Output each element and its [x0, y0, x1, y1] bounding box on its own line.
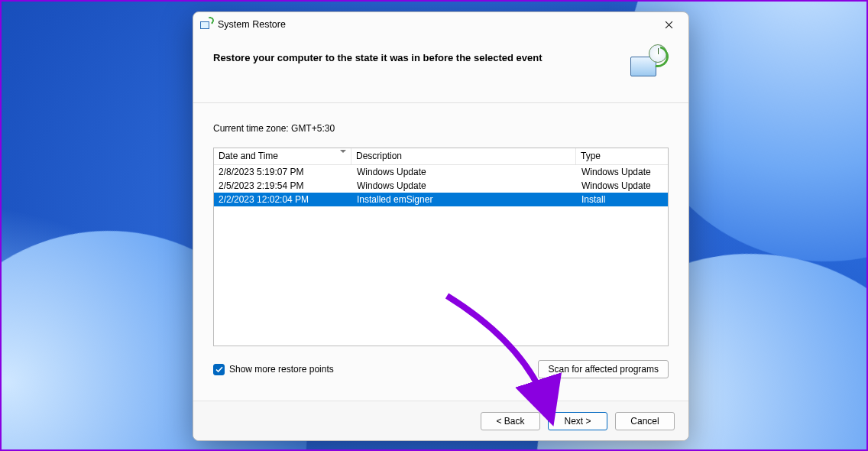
page-heading: Restore your computer to the state it wa…	[213, 52, 629, 63]
cancel-button[interactable]: Cancel	[615, 412, 675, 430]
table-body: 2/8/2023 5:19:07 PMWindows UpdateWindows…	[214, 165, 668, 346]
table-header[interactable]: Date and Time Description Type	[214, 148, 668, 165]
next-button[interactable]: Next >	[548, 412, 607, 430]
titlebar[interactable]: System Restore	[193, 12, 688, 37]
back-button[interactable]: < Back	[481, 412, 540, 430]
system-restore-large-icon	[629, 46, 666, 83]
cell-description: Windows Update	[351, 166, 576, 178]
scan-affected-button[interactable]: Scan for affected programs	[538, 360, 669, 378]
column-header-description[interactable]: Description	[351, 148, 576, 164]
divider	[193, 102, 688, 103]
column-header-datetime[interactable]: Date and Time	[214, 148, 351, 164]
table-row[interactable]: 2/2/2023 12:02:04 PMInstalled emSignerIn…	[214, 193, 668, 206]
cell-datetime: 2/5/2023 2:19:54 PM	[214, 180, 351, 192]
cell-type: Windows Update	[576, 166, 668, 178]
cell-type: Windows Update	[576, 180, 668, 192]
window-title: System Restore	[218, 19, 286, 30]
show-more-label: Show more restore points	[229, 364, 334, 375]
show-more-checkbox[interactable]: Show more restore points	[213, 364, 334, 375]
cell-description: Installed emSigner	[351, 193, 576, 206]
cell-type: Install	[576, 193, 668, 206]
system-restore-icon	[199, 18, 213, 31]
checkbox-box[interactable]	[213, 364, 225, 375]
dialog-footer: < Back Next > Cancel	[193, 401, 688, 440]
cell-datetime: 2/2/2023 12:02:04 PM	[214, 193, 351, 206]
close-icon	[665, 21, 673, 29]
cell-description: Windows Update	[351, 180, 576, 192]
table-row[interactable]: 2/8/2023 5:19:07 PMWindows UpdateWindows…	[214, 165, 668, 179]
checkmark-icon	[215, 366, 223, 373]
system-restore-dialog: System Restore Restore your computer to …	[193, 11, 689, 441]
close-button[interactable]	[652, 14, 685, 35]
cell-datetime: 2/8/2023 5:19:07 PM	[214, 166, 351, 178]
timezone-label: Current time zone: GMT+5:30	[213, 123, 669, 134]
restore-points-table[interactable]: Date and Time Description Type 2/8/2023 …	[213, 148, 669, 346]
column-header-type[interactable]: Type	[576, 148, 668, 164]
table-row[interactable]: 2/5/2023 2:19:54 PMWindows UpdateWindows…	[214, 179, 668, 193]
